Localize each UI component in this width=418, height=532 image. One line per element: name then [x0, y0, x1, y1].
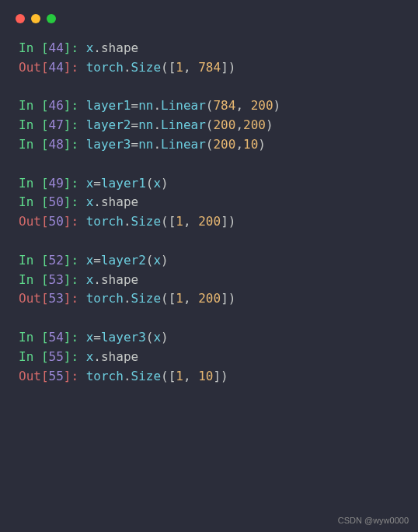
token-var: x	[153, 253, 161, 268]
token-var: x	[86, 330, 94, 345]
token-dot: .	[93, 349, 101, 364]
token-var: layer3	[101, 330, 146, 345]
prompt-suffix: ]:	[64, 117, 86, 132]
token-var: x	[86, 40, 94, 55]
token-var: x	[153, 176, 161, 191]
token-dot: .	[93, 40, 101, 55]
token-comma: ,	[183, 291, 198, 306]
prompt-number: 48	[49, 137, 64, 152]
token-paren: )	[266, 117, 273, 132]
output-line: Out[44]: torch.Size([1, 784])	[19, 58, 399, 78]
token-var: x	[86, 176, 94, 191]
out-prompt-label: Out[	[19, 60, 49, 75]
prompt-number: 55	[49, 369, 64, 383]
token-var: torch	[86, 291, 124, 306]
token-func: Linear	[161, 137, 206, 152]
token-dot: .	[124, 60, 131, 75]
token-var: torch	[86, 60, 124, 75]
in-prompt-label: In [	[19, 98, 49, 113]
token-var: layer2	[101, 253, 146, 268]
token-paren: )	[258, 137, 266, 152]
token-var: x	[153, 330, 161, 345]
close-icon[interactable]	[16, 14, 25, 23]
maximize-icon[interactable]	[47, 14, 56, 23]
prompt-suffix: ]:	[64, 349, 86, 364]
token-var: torch	[86, 214, 124, 229]
token-eq: =	[93, 330, 101, 345]
in-prompt-label: In [	[19, 137, 49, 152]
input-line: In [54]: x=layer3(x)	[19, 328, 399, 348]
in-prompt-label: In [	[19, 40, 49, 55]
prompt-suffix: ]:	[64, 98, 86, 113]
input-line: In [49]: x=layer1(x)	[19, 174, 399, 194]
prompt-number: 55	[49, 349, 64, 364]
token-paren: ])	[221, 291, 235, 306]
watermark: CSDN @wyw0000	[338, 514, 409, 527]
in-prompt-label: In [	[19, 349, 49, 364]
token-func: Linear	[161, 98, 206, 113]
in-prompt-label: In [	[19, 253, 49, 268]
token-comma: ,	[235, 137, 243, 152]
token-var: x	[86, 253, 94, 268]
out-prompt-label: Out[	[19, 291, 49, 306]
token-var: x	[86, 349, 94, 364]
code-area: In [44]: x.shapeOut[44]: torch.Size([1, …	[0, 33, 418, 392]
token-comma: ,	[183, 214, 198, 229]
token-num: 784	[198, 60, 221, 75]
prompt-number: 54	[49, 330, 64, 345]
prompt-suffix: ]:	[64, 60, 86, 75]
blank-line	[19, 155, 399, 174]
token-eq: =	[131, 137, 139, 152]
blank-line	[19, 78, 399, 97]
token-paren: ([	[161, 369, 176, 383]
token-num: 200	[198, 291, 221, 306]
token-num: 200	[213, 137, 235, 152]
token-var: x	[86, 194, 94, 209]
prompt-suffix: ]:	[64, 330, 86, 345]
token-paren: )	[273, 98, 281, 113]
output-line: Out[53]: torch.Size([1, 200])	[19, 289, 399, 309]
token-var: x	[86, 272, 94, 287]
token-paren: (	[146, 330, 154, 345]
token-var: layer1	[101, 176, 146, 191]
token-var: nn	[138, 98, 153, 113]
input-line: In [48]: layer3=nn.Linear(200,10)	[19, 135, 399, 155]
input-line: In [50]: x.shape	[19, 193, 399, 212]
token-dot: .	[153, 117, 161, 132]
minimize-icon[interactable]	[31, 14, 40, 23]
prompt-suffix: ]:	[64, 369, 86, 383]
prompt-suffix: ]:	[64, 137, 86, 152]
token-num: 10	[243, 137, 258, 152]
token-attr: shape	[101, 40, 138, 55]
token-attr: shape	[101, 272, 138, 287]
blank-line	[19, 309, 399, 328]
token-var: layer1	[86, 98, 131, 113]
token-func: Size	[131, 60, 162, 75]
in-prompt-label: In [	[19, 194, 49, 209]
token-paren: ([	[161, 60, 176, 75]
token-num: 1	[176, 60, 183, 75]
prompt-number: 44	[49, 40, 64, 55]
token-paren: ])	[213, 369, 228, 383]
token-paren: )	[161, 176, 169, 191]
prompt-number: 52	[49, 253, 64, 268]
out-prompt-label: Out[	[19, 214, 49, 229]
prompt-number: 47	[49, 117, 64, 132]
prompt-number: 50	[49, 194, 64, 209]
input-line: In [46]: layer1=nn.Linear(784, 200)	[19, 96, 399, 116]
token-paren: ])	[221, 60, 235, 75]
prompt-suffix: ]:	[64, 176, 86, 191]
input-line: In [53]: x.shape	[19, 271, 399, 290]
token-dot: .	[124, 214, 131, 229]
token-dot: .	[153, 137, 161, 152]
token-var: layer3	[86, 137, 131, 152]
token-func: Linear	[161, 117, 206, 132]
token-num: 200	[251, 98, 273, 113]
token-eq: =	[131, 98, 139, 113]
token-paren: ([	[161, 214, 176, 229]
token-dot: .	[124, 291, 131, 306]
token-num: 200	[243, 117, 266, 132]
input-line: In [47]: layer2=nn.Linear(200,200)	[19, 116, 399, 135]
in-prompt-label: In [	[19, 272, 49, 287]
token-func: Size	[131, 291, 162, 306]
